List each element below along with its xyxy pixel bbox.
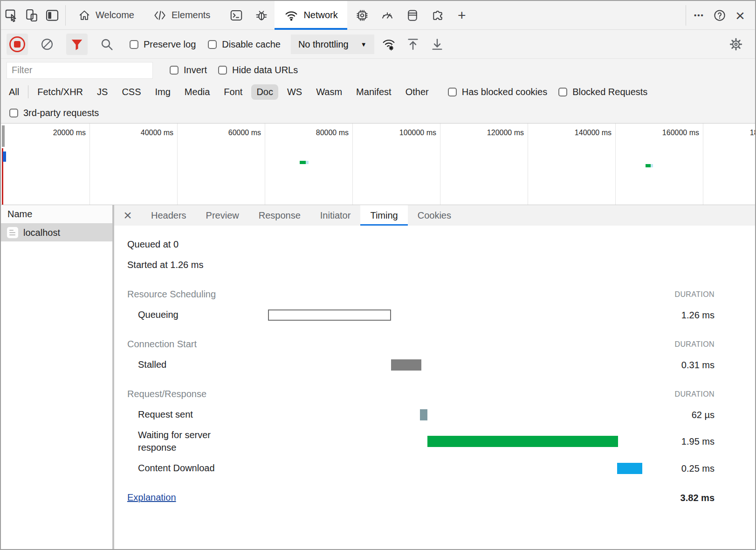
code-icon <box>153 8 167 22</box>
document-icon <box>7 227 18 238</box>
type-filter-fetch-xhr[interactable]: Fetch/XHR <box>32 84 88 100</box>
timing-section-header: Connection Start DURATION <box>114 338 755 351</box>
type-filter-doc[interactable]: Doc <box>251 84 278 100</box>
panel-layout-button[interactable] <box>42 4 62 27</box>
performance-tool-button[interactable] <box>377 4 398 27</box>
blocked-requests-toggle[interactable]: Blocked Requests <box>558 87 647 97</box>
type-filter-font[interactable]: Font <box>219 84 247 100</box>
clear-network-log-button[interactable] <box>36 34 58 55</box>
plus-icon: + <box>458 8 466 22</box>
has-blocked-cookies-checkbox[interactable] <box>448 88 457 96</box>
device-emulation-button[interactable] <box>21 4 42 27</box>
explanation-link[interactable]: Explanation <box>127 491 176 504</box>
filter-toggle-button[interactable] <box>66 34 88 55</box>
details-tab-timing[interactable]: Timing <box>360 205 407 226</box>
device-emulation-icon <box>24 8 39 23</box>
tab-welcome[interactable]: Welcome <box>69 1 144 30</box>
hide-data-urls-label: Hide data URLs <box>232 65 298 76</box>
timeline-tick-label: 20000 ms <box>16 129 86 137</box>
tab-network[interactable]: Network <box>275 1 347 30</box>
invert-checkbox[interactable] <box>170 66 179 75</box>
type-filter-js[interactable]: JS <box>92 84 113 100</box>
details-tab-initiator[interactable]: Initiator <box>310 205 361 226</box>
invert-toggle[interactable]: Invert <box>170 65 207 76</box>
has-blocked-cookies-toggle[interactable]: Has blocked cookies <box>448 87 547 97</box>
blocked-requests-label: Blocked Requests <box>572 87 647 97</box>
type-filter-media[interactable]: Media <box>179 84 215 100</box>
export-har-button[interactable] <box>426 34 448 55</box>
timeline-tick-label: 40000 ms <box>103 129 173 137</box>
network-overview-timeline[interactable]: 20000 ms40000 ms60000 ms80000 ms100000 m… <box>1 123 755 205</box>
close-devtools-button[interactable]: × <box>730 4 750 27</box>
console-tool-button[interactable] <box>226 4 247 27</box>
new-tool-button[interactable]: + <box>452 4 472 27</box>
main-tabbar: Welcome Elements <box>1 1 755 30</box>
total-duration-value: 3.82 ms <box>680 492 715 503</box>
duration-column-header: DURATION <box>674 338 715 351</box>
third-party-checkbox[interactable] <box>9 109 18 117</box>
timeline-tick-label: 100000 ms <box>366 129 436 137</box>
cpu-icon <box>355 8 369 22</box>
export-har-icon <box>430 37 445 52</box>
timeline-gridline <box>265 124 265 205</box>
preserve-log-label: Preserve log <box>144 39 196 50</box>
details-tab-preview[interactable]: Preview <box>196 205 249 226</box>
third-party-toggle[interactable]: 3rd-party requests <box>9 108 99 118</box>
performance-gauge-icon <box>380 8 394 22</box>
more-options-button[interactable]: ••• <box>689 4 709 27</box>
type-filter-img[interactable]: Img <box>150 84 176 100</box>
has-blocked-cookies-label: Has blocked cookies <box>462 87 547 97</box>
import-har-button[interactable] <box>402 34 424 55</box>
search-network-button[interactable] <box>96 34 117 55</box>
timeline-tick-label: 60000 ms <box>191 129 261 137</box>
name-column-header[interactable]: Name <box>1 205 112 224</box>
close-details-button[interactable]: × <box>114 207 141 223</box>
timing-row-stalled: Stalled 0.31 ms <box>114 358 755 371</box>
type-filter-other[interactable]: Other <box>400 84 434 100</box>
disable-cache-toggle[interactable]: Disable cache <box>208 39 281 50</box>
details-tab-response[interactable]: Response <box>249 205 310 226</box>
resource-type-filters: All Fetch/XHR JS CSS Img Media Font Doc … <box>1 81 755 103</box>
details-tab-headers[interactable]: Headers <box>141 205 196 226</box>
request-name: localhost <box>23 227 60 238</box>
blocked-requests-checkbox[interactable] <box>558 88 567 96</box>
timing-row-queueing: Queueing 1.26 ms <box>114 309 755 321</box>
filter-input[interactable] <box>7 62 153 79</box>
details-tab-cookies[interactable]: Cookies <box>408 205 461 226</box>
timing-duration-value: 62 µs <box>692 409 715 420</box>
network-conditions-button[interactable] <box>378 34 399 55</box>
throttling-dropdown[interactable]: No throttling ▼ <box>291 34 374 54</box>
overview-request-dash <box>300 161 306 164</box>
type-filter-ws[interactable]: WS <box>282 84 307 100</box>
type-filter-wasm[interactable]: Wasm <box>311 84 347 100</box>
queued-at-text: Queued at 0 <box>114 238 755 251</box>
application-tool-button[interactable] <box>352 4 372 27</box>
invert-label: Invert <box>184 65 207 76</box>
timeline-gridline <box>615 124 616 205</box>
third-party-row: 3rd-party requests <box>1 103 755 123</box>
preserve-log-checkbox[interactable] <box>130 40 138 49</box>
storage-tool-button[interactable] <box>402 4 423 27</box>
chevron-down-icon: ▼ <box>361 41 367 48</box>
filter-bar: Invert Hide data URLs <box>1 59 755 81</box>
preserve-log-toggle[interactable]: Preserve log <box>130 39 196 50</box>
type-filter-css[interactable]: CSS <box>117 84 146 100</box>
request-row-localhost[interactable]: localhost <box>1 224 112 241</box>
extensions-tool-button[interactable] <box>427 4 448 27</box>
help-button[interactable] <box>709 4 730 27</box>
hide-data-urls-toggle[interactable]: Hide data URLs <box>218 65 298 76</box>
record-network-log-button[interactable] <box>7 34 28 55</box>
type-filter-manifest[interactable]: Manifest <box>351 84 397 100</box>
hide-data-urls-checkbox[interactable] <box>218 66 227 75</box>
tab-label: Elements <box>172 10 210 21</box>
inspect-element-button[interactable] <box>1 4 21 27</box>
panel-layout-icon <box>45 8 60 23</box>
tab-elements[interactable]: Elements <box>144 1 220 30</box>
search-icon <box>99 37 114 52</box>
type-filter-all[interactable]: All <box>4 84 24 100</box>
disable-cache-checkbox[interactable] <box>208 40 217 49</box>
network-settings-button[interactable] <box>725 34 747 55</box>
debugger-tool-button[interactable] <box>251 4 272 27</box>
overview-request-dash-tail <box>651 164 653 167</box>
timeline-tick-label: 180000 ms <box>717 129 755 137</box>
